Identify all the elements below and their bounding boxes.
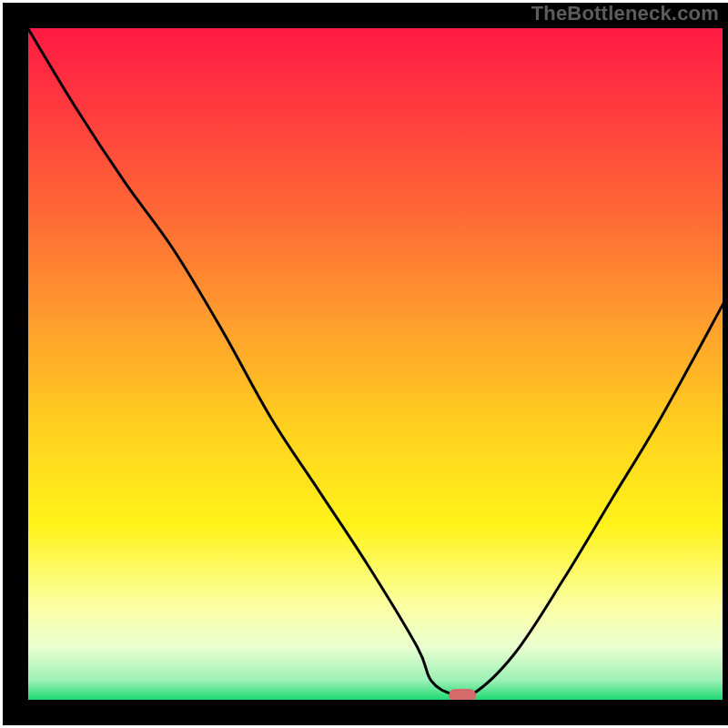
chart-container: TheBottleneck.com — [0, 0, 728, 728]
bottleneck-chart — [0, 0, 728, 728]
optimum-marker — [449, 689, 476, 702]
watermark-text: TheBottleneck.com — [531, 2, 719, 25]
plot-area-gradient — [27, 27, 723, 701]
